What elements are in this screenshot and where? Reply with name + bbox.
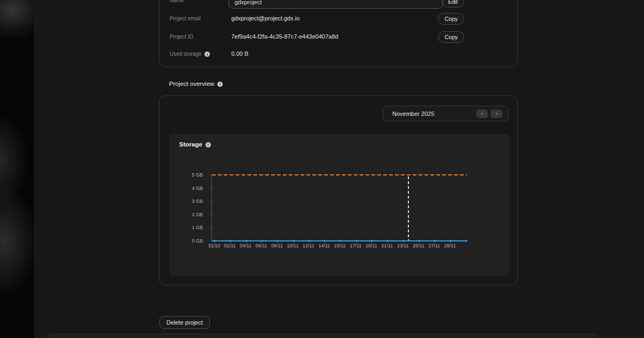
y-axis-tick	[210, 215, 211, 215]
delete-project-button[interactable]: Delete project	[159, 316, 210, 329]
x-axis-label: 15/11	[334, 243, 346, 248]
x-axis-label: 27/11	[428, 243, 440, 248]
x-axis-label: 21/11	[381, 243, 393, 248]
next-section-edge	[48, 334, 597, 338]
today-marker-line	[408, 177, 409, 241]
used-storage-value: 0.00 B	[231, 50, 248, 57]
x-axis-label: 29/11	[444, 243, 456, 248]
y-axis-label: 1 GB	[192, 225, 203, 230]
data-point	[276, 240, 279, 242]
data-point	[402, 240, 405, 242]
next-month-button[interactable]: ›	[491, 109, 502, 118]
data-point	[465, 240, 467, 242]
copy-email-button[interactable]: Copy	[438, 13, 464, 25]
x-axis-label: 23/11	[397, 243, 409, 248]
data-point	[308, 240, 310, 242]
copy-id-button[interactable]: Copy	[438, 31, 464, 43]
data-point	[324, 240, 326, 242]
y-axis-label: 3 GB	[192, 199, 203, 204]
info-icon[interactable]: i	[204, 52, 210, 57]
data-point	[355, 240, 357, 242]
project-name-input[interactable]	[229, 0, 443, 9]
month-label: November 2025	[392, 111, 476, 117]
data-point	[371, 240, 373, 242]
data-point	[434, 240, 436, 242]
y-axis-tick	[210, 227, 211, 228]
project-email-value: gdxproject@project.gdx.io	[231, 15, 299, 21]
project-details-card: Name Edit Project email gdxproject@proje…	[159, 0, 518, 67]
x-axis-label: 25/11	[413, 243, 425, 248]
plot-area	[211, 175, 467, 241]
data-point	[418, 240, 420, 242]
edit-button[interactable]: Edit	[442, 0, 464, 8]
x-axis-label: 14/11	[318, 243, 330, 248]
used-storage-label: Used storagei	[170, 51, 210, 57]
background-art	[0, 0, 34, 338]
project-overview-panel: November 2025 ‹ › Storagei 5 GB4 GB3 GB2…	[159, 95, 518, 285]
storage-limit-line	[212, 174, 467, 175]
y-axis: 5 GB4 GB3 GB2 GB1 GB0 GB	[170, 175, 207, 241]
y-axis-tick	[210, 241, 211, 241]
previous-month-button[interactable]: ‹	[476, 109, 488, 118]
month-selector[interactable]: November 2025 ‹ ›	[383, 106, 509, 121]
page: Name Edit Project email gdxproject@proje…	[0, 0, 644, 338]
x-axis-label: 06/11	[255, 243, 267, 248]
data-point	[245, 240, 247, 242]
x-axis-label: 04/11	[240, 243, 252, 248]
y-axis-label: 4 GB	[192, 186, 203, 191]
data-point	[450, 240, 452, 242]
x-axis-label: 31/10	[208, 243, 221, 248]
data-point	[229, 240, 231, 242]
project-overview-heading: Project overviewi	[169, 80, 223, 87]
info-icon[interactable]: i	[217, 82, 223, 87]
y-axis-tick	[210, 201, 211, 202]
storage-chart[interactable]: 5 GB4 GB3 GB2 GB1 GB0 GB 31/1002/1104/11…	[170, 134, 509, 276]
x-axis-label: 02/11	[224, 243, 236, 248]
y-axis-label: 0 GB	[192, 238, 203, 244]
y-axis-tick	[210, 188, 211, 189]
data-point	[386, 240, 389, 242]
y-axis-label: 2 GB	[192, 212, 203, 217]
project-id-value: 7ef9a4c4-f2fa-4c35-87c7-e443e0407a8d	[231, 33, 338, 40]
y-axis-label: 5 GB	[192, 172, 203, 178]
x-axis-label: 19/11	[365, 243, 377, 248]
x-axis: 31/1002/1104/1106/1108/1110/1112/1114/11…	[211, 243, 466, 251]
storage-chart-card: Storagei 5 GB4 GB3 GB2 GB1 GB0 GB 31/100…	[170, 134, 509, 276]
data-point	[292, 240, 295, 242]
project-id-label: Project ID	[170, 34, 193, 40]
x-axis-label: 17/11	[350, 243, 362, 248]
x-axis-label: 08/11	[271, 243, 283, 248]
data-point	[214, 240, 216, 242]
chevron-left-icon: ‹	[481, 111, 482, 116]
data-point	[339, 240, 341, 242]
data-point	[261, 240, 263, 242]
x-axis-label: 12/11	[303, 243, 314, 248]
project-email-label: Project email	[170, 16, 201, 21]
y-axis-tick	[210, 175, 211, 175]
name-label: Name	[170, 0, 184, 3]
x-axis-label: 10/11	[287, 243, 299, 248]
chevron-right-icon: ›	[495, 111, 497, 116]
